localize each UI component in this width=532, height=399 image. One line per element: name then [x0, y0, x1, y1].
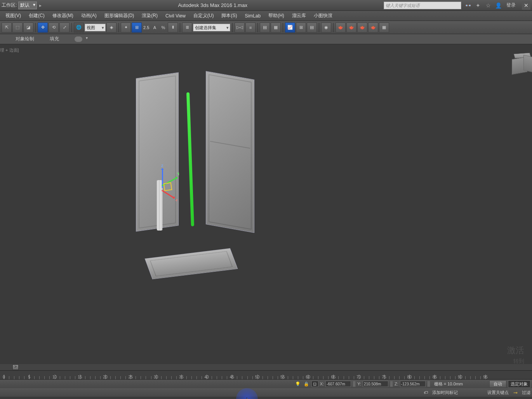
z-spinner[interactable] [427, 381, 430, 387]
menu-animation[interactable]: 动画(A) [77, 11, 101, 21]
key-icon[interactable]: ⊸ [512, 389, 519, 396]
x-spinner[interactable] [353, 381, 356, 387]
render-iterate-icon[interactable]: 🫖 [368, 23, 378, 33]
menu-xiaotu[interactable]: 小图快渲 [310, 11, 336, 21]
gizmo-xy-plane[interactable] [163, 182, 172, 191]
login-link[interactable]: 登录 [506, 2, 516, 9]
menu-view[interactable]: 视图(V) [2, 11, 25, 21]
favorite-icon[interactable]: ☆ [485, 2, 492, 9]
angle-snap-icon[interactable]: A [151, 23, 158, 33]
filter-label[interactable]: 过滤 [522, 390, 530, 396]
bind-icon[interactable]: ◪ [23, 23, 33, 33]
viewcube-side[interactable] [523, 55, 532, 72]
curve-editor-icon[interactable]: 📈 [285, 23, 295, 33]
snap-toggle-icon[interactable]: ⊞ [132, 23, 142, 33]
spinner-snap-icon[interactable]: ⬍ [168, 23, 178, 33]
x-label: X: [320, 382, 324, 386]
ruler-tick-label: 70 [356, 375, 361, 379]
menu-create[interactable]: 创建(C) [25, 11, 49, 21]
transform-gizmo[interactable] [154, 168, 185, 207]
ruler-tick-label: 55 [280, 375, 285, 379]
ruler-tick-label: 45 [230, 375, 234, 379]
z-input[interactable]: -123.562m [400, 381, 426, 387]
align-icon[interactable]: ≡ [245, 23, 256, 33]
grid-value: 栅格 = 10.0mm [434, 381, 463, 387]
select-scale-icon[interactable]: ⤢ [59, 23, 70, 33]
reference-plane-right[interactable] [206, 71, 254, 233]
menu-civil-view[interactable]: Civil View [162, 11, 190, 21]
menu-graph-editors[interactable]: 图形编辑器(D) [101, 11, 138, 21]
lamp-icon[interactable]: 💡 [294, 381, 301, 387]
close-icon[interactable]: ✕ [522, 1, 530, 10]
ruler-tick-label: 30 [154, 375, 158, 379]
main-toolbar: ⇱ ⬚ ◪ ✥ ⟲ ⤢ 🌐 视图 ◈ ✦ ⊞ 2.5 A % ⬍ ≣ 创建选择集… [0, 21, 532, 34]
ruler-tick-label: 90 [458, 375, 462, 379]
menu-help[interactable]: 帮助(H) [264, 11, 288, 21]
watermark-activate: 激活 [507, 345, 524, 356]
y-input[interactable]: 210.508m [363, 381, 388, 387]
time-tag-icon[interactable]: 🏷 [422, 389, 429, 396]
select-move-icon[interactable]: ✥ [38, 23, 48, 33]
isolate-icon[interactable]: ⊡ [311, 381, 318, 387]
lock-icon[interactable]: 🔒 [303, 381, 310, 387]
menu-customize[interactable]: 自定义(U) [190, 11, 218, 21]
material-editor-icon[interactable]: ◉ [321, 23, 331, 33]
spline-object[interactable] [186, 92, 194, 226]
time-slider[interactable] [0, 364, 532, 370]
dope-sheet-icon[interactable]: ⊞ [296, 23, 306, 33]
percent-snap-icon[interactable]: % [159, 23, 167, 33]
ref-coord-dropdown[interactable]: 视图 [85, 24, 106, 31]
workspace-label: 工作区: [2, 2, 17, 9]
workspace-dropdown[interactable]: 默认 [18, 2, 37, 9]
ruler-tick-label: 0 [3, 375, 5, 379]
selection-set-dropdown[interactable]: 创建选择集 [193, 24, 230, 31]
reference-coord-icon[interactable]: 🌐 [74, 23, 84, 33]
menu-modifiers[interactable]: 修改器(M) [49, 11, 77, 21]
viewport[interactable]: 理 + 边面] 激活 转到 [0, 44, 532, 364]
viewport-label[interactable]: 理 + 边面] [0, 47, 19, 53]
ribbon-object-paint[interactable]: 对象绘制 [16, 36, 34, 42]
menu-script[interactable]: 脚本(S) [217, 11, 241, 21]
pivot-icon[interactable]: ◈ [106, 23, 116, 33]
binoculars-icon[interactable]: 👓 [464, 2, 471, 9]
select-manipulate-icon[interactable]: ✦ [121, 23, 131, 33]
auto-key-button[interactable]: 自动 [489, 380, 506, 388]
ruler-tick-label: 80 [407, 375, 412, 379]
reference-plane-bottom[interactable] [145, 248, 238, 279]
selected-field[interactable]: 选定对象 [508, 380, 530, 388]
ruler-tick-label: 95 [483, 375, 487, 379]
add-time-tag[interactable]: 添加时间标记 [432, 390, 458, 396]
help-icon[interactable]: ✦ [475, 2, 482, 9]
ruler-tick-label: 60 [306, 375, 310, 379]
gizmo-x-axis[interactable] [162, 190, 175, 199]
layer-manager-icon[interactable]: ▦ [271, 23, 281, 33]
render-preset-icon[interactable]: ▦ [379, 23, 389, 33]
time-slider-handle[interactable] [12, 364, 19, 370]
schematic-icon[interactable]: ▤ [307, 23, 317, 33]
ribbon-toggle-icon[interactable] [75, 36, 82, 42]
x-input[interactable]: -607.607m [325, 381, 351, 387]
named-sel-icon[interactable]: ≣ [182, 23, 192, 33]
select-rotate-icon[interactable]: ⟲ [49, 23, 59, 33]
render-prod-icon[interactable]: 🫖 [357, 23, 367, 33]
y-spinner[interactable] [390, 381, 393, 387]
unlink-icon[interactable]: ⬚ [12, 23, 23, 33]
y-label: Y: [357, 382, 361, 386]
timeline-ruler[interactable]: 05101520253035404550556065707580859095 [0, 370, 532, 380]
layers-icon[interactable]: ▤ [260, 23, 270, 33]
menu-render[interactable]: 渲染(R) [138, 11, 162, 21]
set-key-label[interactable]: 设置关键点 [487, 390, 509, 396]
ribbon-fill[interactable]: 填充 [50, 36, 59, 42]
app-title: Autodesk 3ds Max 2016 1.max [42, 2, 384, 8]
select-link-icon[interactable]: ⇱ [2, 23, 12, 33]
user-icon[interactable]: 👤 [495, 2, 502, 9]
search-input[interactable]: 键入关键字或短语 [384, 2, 461, 9]
z-label: Z: [395, 382, 398, 386]
mirror-icon[interactable]: ▷◁ [235, 23, 245, 33]
render-setup-icon[interactable]: 🫖 [336, 23, 346, 33]
menu-simlab[interactable]: SimLab [241, 11, 264, 21]
render-frame-icon[interactable]: 🫖 [346, 23, 356, 33]
menu-liuyun[interactable]: 溜云库 [288, 11, 310, 21]
viewcube[interactable] [509, 52, 532, 79]
ruler-tick-label: 15 [78, 375, 82, 379]
